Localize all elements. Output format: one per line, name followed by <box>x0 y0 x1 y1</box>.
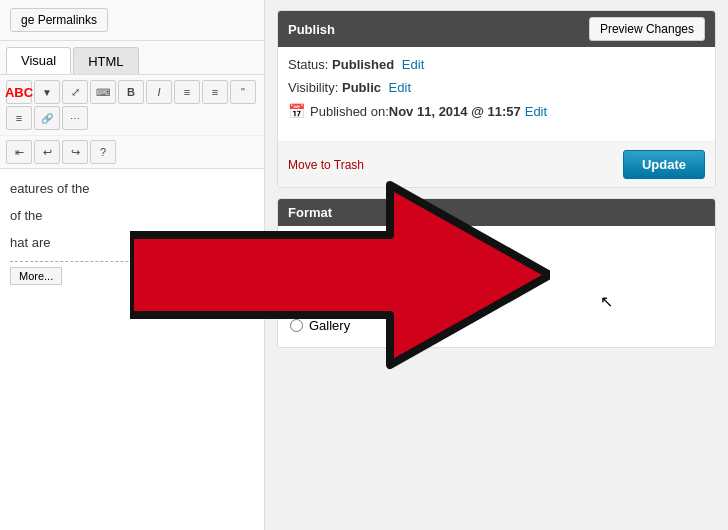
preview-changes-button[interactable]: Preview Changes <box>589 17 705 41</box>
status-edit-link[interactable]: Edit <box>402 57 424 72</box>
format-aside-label: Aside <box>309 276 342 291</box>
tb-help[interactable]: ? <box>90 140 116 164</box>
spellcheck-btn[interactable]: ABC <box>6 80 32 104</box>
tb-ol[interactable]: ≡ <box>202 80 228 104</box>
publish-footer: Move to Trash Update <box>278 141 715 187</box>
tb-dropcap[interactable]: ▼ <box>34 80 60 104</box>
format-header: Format <box>278 199 715 226</box>
format-gallery-row: Gallery <box>290 318 703 333</box>
tb-ul[interactable]: ≡ <box>174 80 200 104</box>
move-trash-link[interactable]: Move to Trash <box>288 158 364 172</box>
publish-title: Publish <box>288 22 335 37</box>
visibility-label: Visibility: <box>288 80 338 95</box>
format-gallery-radio[interactable] <box>290 319 303 332</box>
tb-align[interactable]: ≡ <box>6 106 32 130</box>
editor-content[interactable]: eatures of the of the hat are More... <box>0 169 264 530</box>
format-body: ormat Standard Aside Link <box>278 226 715 347</box>
update-button[interactable]: Update <box>623 150 705 179</box>
format-standard-label: Standard <box>309 255 362 270</box>
tab-visual[interactable]: Visual <box>6 47 71 74</box>
format-link-label: Link <box>309 297 333 312</box>
format-label-row: ormat <box>290 234 703 249</box>
publish-body: Status: Published Edit Visibility: Publi… <box>278 47 715 141</box>
format-label: ormat <box>290 234 323 249</box>
format-standard-radio[interactable] <box>290 256 303 269</box>
format-standard-row: Standard <box>290 255 703 270</box>
date-label: Published on: <box>310 104 389 119</box>
right-panel: Publish Preview Changes Status: Publishe… <box>265 0 728 530</box>
toolbar-row2: ⇤ ↩ ↪ ? <box>0 136 264 169</box>
visibility-row: Visibility: Public Edit <box>288 80 705 95</box>
status-row: Status: Published Edit <box>288 57 705 72</box>
tb-undo[interactable]: ↩ <box>34 140 60 164</box>
format-link-radio[interactable] <box>290 298 303 311</box>
toolbar-row1: ABC ▼ ⤢ ⌨ B I ≡ ≡ " ≡ 🔗 ⋯ <box>0 75 264 136</box>
editor-tabs: Visual HTML <box>0 41 264 75</box>
tb-redo[interactable]: ↪ <box>62 140 88 164</box>
publish-header: Publish Preview Changes <box>278 11 715 47</box>
permalink-button[interactable]: ge Permalinks <box>10 8 108 32</box>
content-line-2: of the <box>10 206 254 227</box>
tb-blockquote[interactable]: " <box>230 80 256 104</box>
visibility-value: Public <box>342 80 381 95</box>
publish-box: Publish Preview Changes Status: Publishe… <box>277 10 716 188</box>
format-link-row: Link <box>290 297 703 312</box>
format-aside-radio[interactable] <box>290 277 303 290</box>
tb-more[interactable]: ⋯ <box>62 106 88 130</box>
tb-fullscreen[interactable]: ⤢ <box>62 80 88 104</box>
format-box: Format ormat Standard Aside <box>277 198 716 348</box>
content-line-1: eatures of the <box>10 179 254 200</box>
tb-link[interactable]: 🔗 <box>34 106 60 130</box>
more-button[interactable]: More... <box>10 267 62 285</box>
status-label: Status: <box>288 57 328 72</box>
date-edit-link[interactable]: Edit <box>525 104 547 119</box>
tb-keyboard[interactable]: ⌨ <box>90 80 116 104</box>
tb-bold[interactable]: B <box>118 80 144 104</box>
format-gallery-label: Gallery <box>309 318 350 333</box>
permalink-bar: ge Permalinks <box>0 0 264 41</box>
visibility-edit-link[interactable]: Edit <box>389 80 411 95</box>
status-value: Published <box>332 57 394 72</box>
tb-indent[interactable]: ⇤ <box>6 140 32 164</box>
date-value: Nov 11, 2014 @ 11:57 <box>389 104 521 119</box>
editor-panel: ge Permalinks Visual HTML ABC ▼ ⤢ ⌨ B I … <box>0 0 265 530</box>
format-aside-row: Aside <box>290 276 703 291</box>
content-line-3: hat are <box>10 233 254 254</box>
calendar-icon: 📅 <box>288 103 305 119</box>
tab-html[interactable]: HTML <box>73 47 138 74</box>
tb-italic[interactable]: I <box>146 80 172 104</box>
date-row: 📅 Published on: Nov 11, 2014 @ 11:57 Edi… <box>288 103 705 119</box>
